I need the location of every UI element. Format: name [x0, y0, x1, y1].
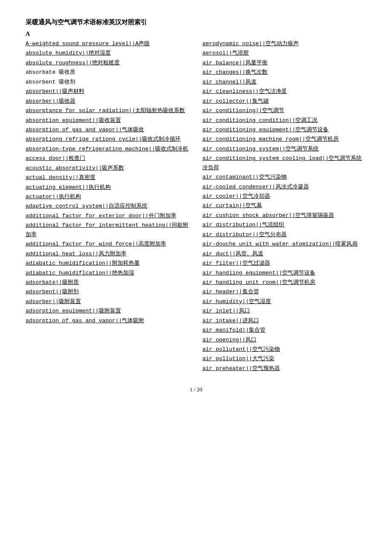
page-footer: 1 / 20: [26, 386, 366, 393]
list-item: absolute humidity||绝对湿度: [26, 49, 190, 58]
list-item: air cushion shock absorber||空气弹簧隔振器: [202, 211, 366, 220]
list-item: air header||集合管: [202, 287, 366, 296]
list-item: air conditioning||空气调节: [202, 106, 366, 115]
list-item: adsorbate||吸附质: [26, 278, 190, 287]
list-item: air-douche unit with water atomization||…: [202, 240, 366, 249]
list-item: adaptive control system||自适应控制系统: [26, 202, 190, 211]
list-item: air conditioning system cooling load||空气…: [202, 154, 366, 172]
list-item: absorptance for solar radiation||太阳辐射热吸收…: [26, 106, 190, 115]
list-item: absorbent 吸收剂: [26, 78, 190, 87]
page-title: 采暖通风与空气调节术语标准英汉对照索引: [26, 17, 366, 27]
list-item: actuator||执行机构: [26, 192, 190, 201]
list-item: air conditioning machine room||空气调节机房: [202, 135, 366, 144]
list-item: adiabatic humidification||附加耗热量: [26, 259, 190, 268]
list-item: air pollution||大气污染: [202, 354, 366, 363]
list-item: access door||检查门: [26, 154, 190, 163]
list-item: A-weighted sound pressure level||A声级: [26, 39, 190, 48]
list-item: air filter||空气过滤器: [202, 259, 366, 268]
list-item: air handling equipment||空气调节设备: [202, 269, 366, 278]
list-item: absolute roughness||绝对粗糙度: [26, 58, 190, 67]
list-item: air conditioning equipment||空气调节设备: [202, 125, 366, 134]
list-item: absorbent||吸声材料: [26, 87, 190, 96]
list-item: air distributor||空气分布器: [202, 230, 366, 239]
list-item: acoustic absorptivity||吸声系数: [26, 164, 190, 173]
list-item: additional factor for wind force||高度附加率: [26, 240, 190, 249]
list-item: air opening||风口: [202, 335, 366, 344]
list-item: absorption-type refrigerating machine||吸…: [26, 145, 190, 153]
list-item: air balance||风量平衡: [202, 58, 366, 67]
list-item: air humidity||空气湿度: [202, 297, 366, 306]
list-item: absorption of gas and vapor||气体吸收: [26, 125, 190, 134]
list-item: aerodynamic noise||空气动力噪声: [202, 39, 366, 48]
list-item: actual density||真密度: [26, 173, 190, 182]
list-item: additional factor for exterior door||外门附…: [26, 211, 190, 220]
list-item: absorber||吸收器: [26, 97, 190, 106]
list-item: additional factor for intermittent heati…: [26, 221, 190, 239]
list-item: air contaminant||空气污染物: [202, 173, 366, 182]
list-item: air intake||进风口: [202, 316, 366, 325]
list-item: adsorption of gas and vapor||气体吸附: [26, 316, 190, 325]
section-letter: A: [26, 31, 366, 38]
list-item: adsorbent||吸附剂: [26, 287, 190, 296]
right-column: aerodynamic noise||空气动力噪声aerosol||气溶胶air…: [202, 39, 366, 373]
page-number: 1 / 20: [190, 386, 202, 393]
left-column: A-weighted sound pressure level||A声级abso…: [26, 39, 190, 373]
list-item: air pollutant||空气污染物: [202, 345, 366, 354]
list-item: adsorption equipment||吸附装置: [26, 306, 190, 315]
list-item: adsorber||吸附装置: [26, 297, 190, 306]
list-item: adiabatic humidiflcation||绝热加湿: [26, 269, 190, 278]
list-item: air distribution||气流组织: [202, 220, 366, 229]
list-item: air inlet||风口: [202, 306, 366, 315]
list-item: air curtain||空气幕: [202, 201, 366, 210]
list-item: additional heat loss||风力附加率: [26, 249, 190, 258]
list-item: air changes||换气次数: [202, 68, 366, 77]
list-item: air handling unit room||空气调节机房: [202, 278, 366, 287]
list-item: air collector||集气罐: [202, 97, 366, 106]
list-item: air cleanliness||空气洁净度: [202, 87, 366, 96]
list-item: air duct||风管、风道: [202, 249, 366, 258]
list-item: air preheater||空气预热器: [202, 364, 366, 373]
list-item: absorbate 吸收质: [26, 68, 190, 77]
list-item: absorptiong refrige rationg cycle||吸收式制冷…: [26, 135, 190, 144]
list-item: air channel||风道: [202, 78, 366, 87]
list-item: air cooler||空气冷却器: [202, 192, 366, 201]
list-item: air-cooled condenser||风冷式冷凝器: [202, 182, 366, 191]
list-item: air conditioning system||空气调节系统: [202, 145, 366, 153]
page-content: 采暖通风与空气调节术语标准英汉对照索引 A A-weighted sound p…: [26, 17, 366, 393]
list-item: aerosol||气溶胶: [202, 49, 366, 58]
list-item: air conditioning condition||空调工况: [202, 116, 366, 125]
list-item: absorption equipment||吸收装置: [26, 116, 190, 125]
list-item: air manifold||集合管: [202, 326, 366, 335]
list-item: actuating element||执行机构: [26, 183, 190, 192]
two-column-layout: A-weighted sound pressure level||A声级abso…: [26, 39, 366, 373]
